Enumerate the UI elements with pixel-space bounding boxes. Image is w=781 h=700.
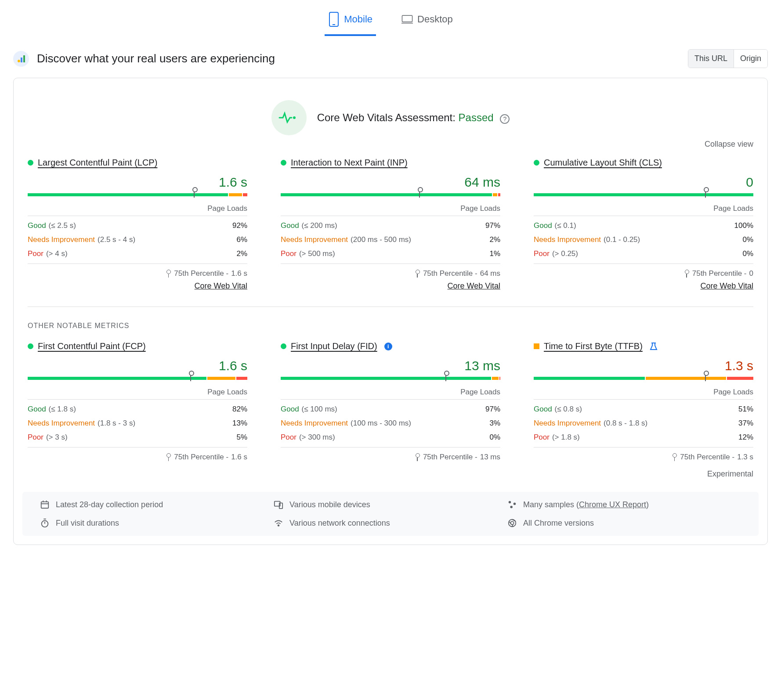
metric-inp: Interaction to Next Paint (INP) 64 ms Pa… <box>281 158 500 291</box>
metric-name-link[interactable]: First Input Delay (FID) <box>291 341 377 351</box>
core-web-vital-link[interactable]: Core Web Vital <box>534 281 753 291</box>
assessment-row: Core Web Vitals Assessment: Passed ? <box>22 100 759 135</box>
good-label: Good <box>28 221 46 230</box>
page-loads-label: Page Loads <box>281 204 500 213</box>
svg-rect-8 <box>41 502 49 509</box>
good-pct: 92% <box>232 221 247 230</box>
poor-label: Poor <box>534 249 550 258</box>
metric-name-link[interactable]: First Contentful Paint (FCP) <box>38 341 146 351</box>
distribution-bar <box>28 377 247 384</box>
collapse-view-link[interactable]: Collapse view <box>22 140 753 149</box>
status-dot-icon <box>28 343 33 349</box>
ni-label: Needs Improvement <box>534 419 601 428</box>
distribution-bar <box>534 193 753 201</box>
good-threshold: (≤ 200 ms) <box>302 221 337 230</box>
devices-icon <box>274 500 283 509</box>
poor-threshold: (> 300 ms) <box>299 433 335 442</box>
footer-samples: Many samples (Chrome UX Report) <box>507 500 741 509</box>
flask-icon[interactable] <box>650 342 658 351</box>
good-threshold: (≤ 0.1) <box>555 221 576 230</box>
svg-rect-5 <box>21 58 22 62</box>
poor-pct: 0% <box>742 249 753 258</box>
core-web-vital-link[interactable]: Core Web Vital <box>28 281 247 291</box>
ni-threshold: (200 ms - 500 ms) <box>351 235 411 244</box>
percentile-row: 75th Percentile - 0 <box>534 269 753 278</box>
metric-name-link[interactable]: Interaction to Next Paint (INP) <box>291 158 408 168</box>
page-loads-label: Page Loads <box>28 388 247 397</box>
metric-lcp: Largest Contentful Paint (LCP) 1.6 s Pag… <box>28 158 247 291</box>
metric-value: 13 ms <box>281 358 500 373</box>
poor-threshold: (> 0.25) <box>552 249 578 258</box>
tab-mobile[interactable]: Mobile <box>325 4 376 36</box>
metric-value: 1.6 s <box>28 358 247 373</box>
metric-fcp: First Contentful Paint (FCP) 1.6 s Page … <box>28 341 247 465</box>
poor-threshold: (> 4 s) <box>46 249 68 258</box>
page-loads-label: Page Loads <box>28 204 247 213</box>
tab-desktop-label: Desktop <box>417 14 453 25</box>
cwv-metrics-grid: Largest Contentful Paint (LCP) 1.6 s Pag… <box>22 158 759 291</box>
svg-point-20 <box>278 525 279 526</box>
good-pct: 97% <box>485 405 500 414</box>
assessment-text: Core Web Vitals Assessment: Passed ? <box>317 112 510 124</box>
other-metrics-grid: First Contentful Paint (FCP) 1.6 s Page … <box>22 341 759 465</box>
distribution-bar <box>281 377 500 384</box>
footer-devices: Various mobile devices <box>274 500 507 509</box>
ni-pct: 3% <box>489 419 500 428</box>
pulse-icon <box>271 100 307 135</box>
poor-pct: 1% <box>489 249 500 258</box>
metric-value: 0 <box>534 175 753 190</box>
metric-name-link[interactable]: Largest Contentful Paint (LCP) <box>38 158 157 168</box>
footer-chrome: All Chrome versions <box>507 518 741 528</box>
other-metrics-heading: OTHER NOTABLE METRICS <box>28 322 753 330</box>
poor-label: Poor <box>28 249 43 258</box>
good-label: Good <box>534 221 552 230</box>
footer-network: Various network connections <box>274 518 507 528</box>
distribution-table: Good(≤ 0.1)100% Needs Improvement(0.1 - … <box>534 216 753 264</box>
chrome-ux-report-link[interactable]: Chrome UX Report <box>579 500 646 509</box>
header-row: Discover what your real users are experi… <box>13 49 768 68</box>
percentile-row: 75th Percentile - 64 ms <box>281 269 500 278</box>
crux-logo-icon <box>13 51 29 67</box>
distribution-bar <box>534 377 753 384</box>
help-icon[interactable]: ? <box>500 114 510 124</box>
metric-name-link[interactable]: Time to First Byte (TTFB) <box>544 341 643 351</box>
ni-label: Needs Improvement <box>28 419 95 428</box>
assessment-status: Passed <box>459 112 494 123</box>
tab-desktop[interactable]: Desktop <box>398 4 456 36</box>
vitals-panel: Core Web Vitals Assessment: Passed ? Col… <box>13 78 768 545</box>
desktop-icon <box>401 11 413 27</box>
poor-threshold: (> 500 ms) <box>299 249 335 258</box>
poor-pct: 0% <box>489 433 500 442</box>
calendar-icon <box>40 500 50 509</box>
core-web-vital-link[interactable]: Core Web Vital <box>281 281 500 291</box>
status-dot-icon <box>281 343 286 349</box>
samples-icon <box>507 500 517 509</box>
poor-label: Poor <box>281 249 296 258</box>
metric-value: 1.3 s <box>534 358 753 373</box>
origin-button[interactable]: Origin <box>734 50 767 68</box>
chrome-icon <box>507 518 517 528</box>
percentile-row: 75th Percentile - 13 ms <box>281 453 500 462</box>
info-icon[interactable]: i <box>384 343 392 350</box>
poor-threshold: (> 1.8 s) <box>552 433 580 442</box>
ni-threshold: (0.1 - 0.25) <box>604 235 640 244</box>
good-threshold: (≤ 1.8 s) <box>49 405 76 414</box>
metric-ttfb: Time to First Byte (TTFB) 1.3 s Page Loa… <box>534 341 753 465</box>
footer-info-grid: Latest 28-day collection period Various … <box>22 492 759 536</box>
metric-value: 1.6 s <box>28 175 247 190</box>
this-url-button[interactable]: This URL <box>688 50 734 68</box>
pin-icon <box>683 270 690 278</box>
good-label: Good <box>281 405 299 414</box>
good-threshold: (≤ 0.8 s) <box>555 405 582 414</box>
tab-mobile-label: Mobile <box>344 14 372 25</box>
good-threshold: (≤ 2.5 s) <box>49 221 76 230</box>
poor-label: Poor <box>534 433 550 442</box>
metric-name-link[interactable]: Cumulative Layout Shift (CLS) <box>544 158 662 168</box>
ni-label: Needs Improvement <box>281 419 348 428</box>
svg-point-14 <box>509 501 511 504</box>
good-label: Good <box>534 405 552 414</box>
svg-point-16 <box>510 506 513 509</box>
ni-label: Needs Improvement <box>281 235 348 244</box>
poor-label: Poor <box>281 433 296 442</box>
percentile-row: 75th Percentile - 1.3 s <box>534 453 753 462</box>
